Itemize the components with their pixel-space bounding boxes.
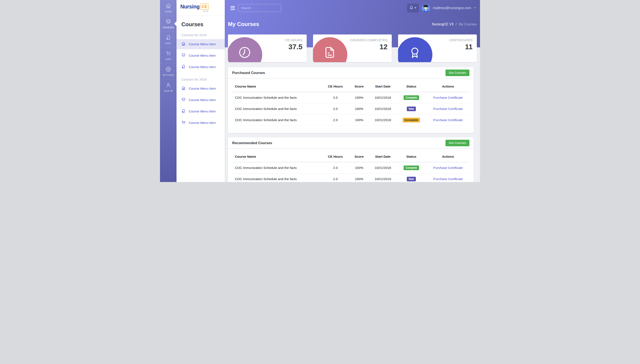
- column-header: CE Hours: [322, 81, 348, 92]
- sidebar-item-home[interactable]: HOME: [160, 0, 176, 16]
- stat-label: CE HOURS: [285, 38, 302, 42]
- nursingce-app: HOME COURSES CERT CART SETTINGS SIGN IN: [160, 0, 480, 182]
- start-date-cell: 10/21/2018: [370, 174, 396, 182]
- purchase-certificate-link[interactable]: Purchase Certificate: [433, 96, 463, 99]
- course-menu-item[interactable]: Course Menu Item: [176, 95, 225, 105]
- purchase-certificate-link[interactable]: Purchase Certificate: [433, 118, 463, 122]
- user-email[interactable]: matthew@nursingce.com: [433, 6, 471, 10]
- purchased-courses-table: Course Name CE Hours Score Start Date St…: [232, 81, 469, 126]
- recommended-courses-panel: Recommended Courses Get Courses Course N…: [228, 138, 474, 182]
- page-title: My Courses: [228, 21, 259, 28]
- score-cell: 100%: [348, 162, 370, 174]
- table-row: CDC Immunization Schedule and the facts …: [232, 162, 469, 174]
- table-row: CDC Immunization Schedule and the facts …: [232, 92, 469, 103]
- course-menu-item[interactable]: Course Menu Item: [176, 39, 225, 49]
- column-header: Start Date: [370, 81, 396, 92]
- table-row: CDC Immunization Schedule and the facts …: [232, 103, 469, 114]
- status-badge: Complete: [403, 95, 419, 100]
- bell-icon: [409, 6, 413, 10]
- status-badge: New: [407, 106, 416, 111]
- stat-value: 37.5: [285, 43, 302, 51]
- start-date-cell: 10/21/2018: [370, 114, 396, 126]
- get-courses-button[interactable]: Get Courses: [446, 140, 469, 146]
- stat-value: 12: [350, 43, 387, 51]
- primary-sidebar: HOME COURSES CERT CART SETTINGS SIGN IN: [160, 0, 176, 182]
- actions-cell: Purchase Certificate: [427, 103, 469, 114]
- course-menu-item[interactable]: Course Menu Item: [176, 50, 225, 61]
- menu-icon[interactable]: [231, 6, 235, 10]
- start-date-cell: 10/21/2018: [370, 103, 396, 114]
- stat-label: COURSES COMPLETED: [350, 38, 387, 42]
- main-content: My Courses NursingCE V3 / My Courses CE …: [225, 16, 480, 182]
- breadcrumb-parent[interactable]: NursingCE V3: [432, 22, 453, 26]
- purchase-certificate-link[interactable]: Purchase Certificate: [433, 107, 463, 110]
- ce-hours-cell: 2.0: [322, 114, 348, 126]
- column-header: Actions: [427, 151, 469, 162]
- section-label-2019: Courses for 2019: [176, 28, 225, 39]
- table-header-row: Course Name CE Hours Score Start Date St…: [232, 151, 469, 162]
- home-icon: [181, 86, 186, 91]
- status-cell: Complete: [396, 92, 427, 103]
- clock-icon: [238, 50, 251, 60]
- avatar[interactable]: [422, 4, 430, 12]
- stat-value: 11: [449, 43, 473, 51]
- purchase-certificate-link[interactable]: Purchase Certificate: [433, 166, 463, 170]
- sidebar-item-cart[interactable]: CART: [160, 48, 176, 64]
- cart-icon: [181, 120, 186, 125]
- search-input[interactable]: [238, 4, 281, 12]
- secondary-sidebar: Nursing CE by ati Courses Courses for 20…: [176, 0, 225, 182]
- column-header: Score: [348, 81, 370, 92]
- course-menu-item[interactable]: Course Menu Item: [176, 118, 225, 128]
- score-cell: 100%: [348, 174, 370, 182]
- column-header: CE Hours: [322, 151, 348, 162]
- award-icon: [408, 50, 421, 60]
- course-menu-item[interactable]: Course Menu Item: [176, 62, 225, 72]
- status-badge: New: [407, 177, 416, 181]
- sidebar-item-settings[interactable]: SETTINGS: [160, 64, 176, 79]
- course-name-cell: CDC Immunization Schedule and the facts: [232, 114, 322, 126]
- panel-title: Purchased Courses: [232, 71, 265, 75]
- courses-icon: [181, 53, 186, 58]
- stat-label: CERTIFICATES: [449, 38, 473, 42]
- courses-icon: [166, 19, 171, 25]
- actions-cell: Purchase Certificate: [427, 174, 469, 182]
- panel-title: Recommended Courses: [232, 141, 272, 145]
- column-header: Course Name: [232, 81, 322, 92]
- breadcrumb: NursingCE V3 / My Courses: [432, 22, 477, 26]
- section-label-2018: Courses for 2018: [176, 72, 225, 84]
- column-header: Course Name: [232, 151, 322, 162]
- score-cell: 100%: [348, 92, 370, 103]
- column-header: Start Date: [370, 151, 396, 162]
- course-name-cell: CDC Immunization Schedule and the facts: [232, 162, 322, 174]
- topbar-right: matthew@nursingce.com: [407, 4, 476, 12]
- stat-card-courses-completed: COURSES COMPLETED 12: [313, 34, 392, 62]
- course-name-cell: CDC Immunization Schedule and the facts: [232, 103, 322, 114]
- get-courses-button[interactable]: Get Courses: [446, 70, 469, 76]
- sidebar-item-cert[interactable]: CERT: [160, 32, 176, 48]
- notifications-button[interactable]: [407, 4, 419, 12]
- ce-hours-cell: 2.0: [322, 92, 348, 103]
- start-date-cell: 10/21/2018: [370, 92, 396, 103]
- table-row: CDC Immunization Schedule and the facts …: [232, 174, 469, 182]
- status-badge: Complete: [403, 166, 419, 170]
- purchase-certificate-link[interactable]: Purchase Certificate: [433, 177, 463, 181]
- user-icon: [166, 82, 171, 88]
- certificate-icon: [181, 109, 186, 114]
- certificate-icon: [181, 64, 186, 70]
- cart-icon: [166, 51, 171, 57]
- course-name-cell: CDC Immunization Schedule and the facts: [232, 174, 322, 182]
- course-name-cell: CDC Immunization Schedule and the facts: [232, 92, 322, 103]
- ce-hours-cell: 2.0: [322, 162, 348, 174]
- status-cell: New: [396, 174, 427, 182]
- logo-area: Nursing CE by ati: [176, 0, 225, 16]
- sidebar-item-signin[interactable]: SIGN IN: [160, 79, 176, 95]
- score-cell: 100%: [348, 103, 370, 114]
- stat-card-certificates: CERTIFICATES 11: [398, 34, 477, 62]
- nursingce-logo[interactable]: Nursing CE by ati: [180, 4, 209, 12]
- caret-down-icon[interactable]: [474, 8, 476, 8]
- document-icon: [323, 50, 336, 60]
- actions-cell: Purchase Certificate: [427, 162, 469, 174]
- course-menu-item[interactable]: Course Menu Item: [176, 106, 225, 116]
- actions-cell: Purchase Certificate: [427, 114, 469, 126]
- course-menu-item[interactable]: Course Menu Item: [176, 84, 225, 94]
